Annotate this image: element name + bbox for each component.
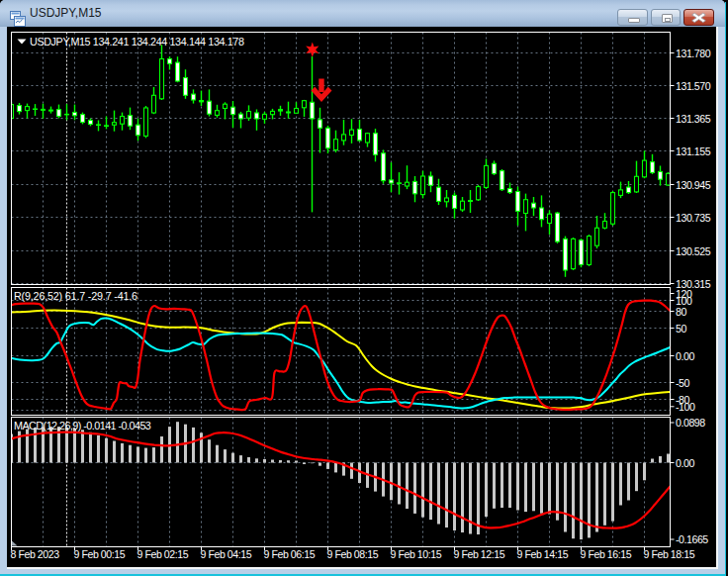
svg-text:80: 80: [676, 306, 686, 318]
svg-text:9 Feb 04:15: 9 Feb 04:15: [201, 548, 252, 560]
svg-text:9 Feb 10:15: 9 Feb 10:15: [391, 548, 442, 560]
svg-text:9 Feb 12:15: 9 Feb 12:15: [454, 548, 505, 560]
svg-text:R(9,26,52) 61.7 -29.7 -41.6: R(9,26,52) 61.7 -29.7 -41.6: [14, 290, 137, 302]
svg-text:130.945: 130.945: [676, 179, 711, 191]
svg-text:131.780: 131.780: [676, 48, 711, 59]
svg-text:50: 50: [676, 323, 686, 335]
svg-text:8 Feb 2023: 8 Feb 2023: [11, 548, 60, 560]
svg-text:-0.1665: -0.1665: [676, 533, 708, 545]
svg-text:131.155: 131.155: [676, 145, 711, 157]
svg-text:0.00: 0.00: [676, 350, 694, 362]
svg-text:MACD(12,26,9) -0.0141 -0.0453: MACD(12,26,9) -0.0141 -0.0453: [14, 420, 151, 432]
svg-text:USDJPY,M15 134.241 134.244 13: USDJPY,M15 134.241 134.244 134.144 134.1…: [30, 36, 244, 48]
svg-text:131.570: 131.570: [676, 80, 711, 92]
svg-text:0.0898: 0.0898: [676, 417, 705, 429]
svg-text:-100: -100: [676, 401, 695, 413]
svg-text:-50: -50: [676, 377, 690, 389]
svg-text:131.365: 131.365: [676, 113, 711, 125]
svg-text:9 Feb 16:15: 9 Feb 16:15: [581, 548, 632, 560]
svg-text:9 Feb 18:15: 9 Feb 18:15: [644, 548, 695, 560]
svg-text:9 Feb 06:15: 9 Feb 06:15: [264, 548, 316, 560]
svg-text:9 Feb 00:15: 9 Feb 00:15: [74, 548, 126, 560]
svg-text:9 Feb 14:15: 9 Feb 14:15: [517, 548, 569, 560]
svg-text:130.735: 130.735: [676, 212, 711, 224]
svg-text:130.525: 130.525: [676, 245, 711, 257]
svg-text:9 Feb 08:15: 9 Feb 08:15: [327, 548, 379, 560]
svg-text:9 Feb 02:15: 9 Feb 02:15: [137, 548, 189, 560]
svg-text:0.00: 0.00: [676, 457, 694, 469]
